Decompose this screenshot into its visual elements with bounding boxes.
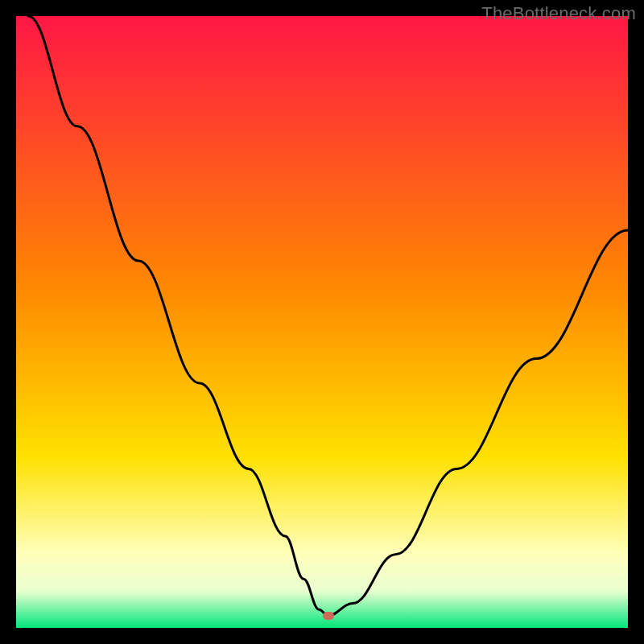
plot-area xyxy=(16,16,628,628)
watermark-text: TheBottleneck.com xyxy=(481,3,636,24)
curve-svg xyxy=(16,16,628,628)
optimal-marker xyxy=(323,612,334,620)
bottleneck-curve-path xyxy=(28,16,628,616)
